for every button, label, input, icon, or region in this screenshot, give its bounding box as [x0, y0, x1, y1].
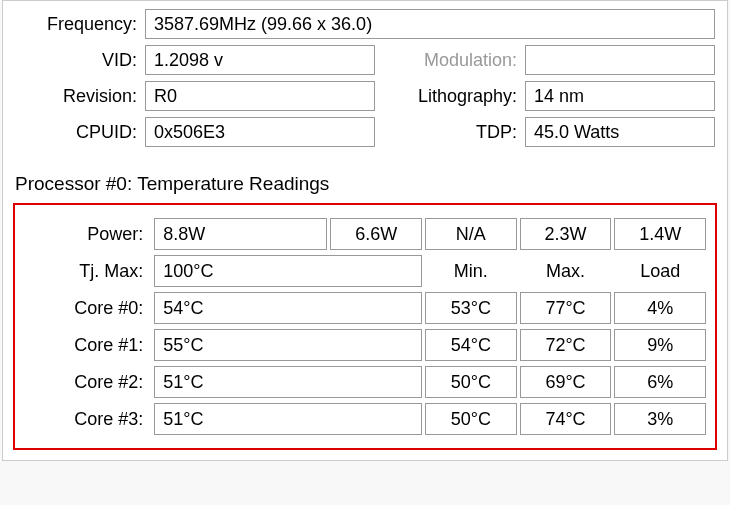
modulation-label: Modulation:	[375, 50, 525, 71]
core-row-1: Core #1: 55°C 54°C 72°C 9%	[24, 329, 706, 361]
processor-info-section: Frequency: 3587.69MHz (99.66 x 36.0) VID…	[3, 1, 727, 165]
core-2-max: 69°C	[520, 366, 612, 398]
power-val-3: 2.3W	[520, 218, 612, 250]
frequency-label: Frequency:	[15, 14, 145, 35]
core-0-label: Core #0:	[24, 292, 151, 324]
core-2-min: 50°C	[425, 366, 517, 398]
core-1-label: Core #1:	[24, 329, 151, 361]
core-3-current: 51°C	[154, 403, 422, 435]
core-row-2: Core #2: 51°C 50°C 69°C 6%	[24, 366, 706, 398]
revision-label: Revision:	[15, 86, 145, 107]
core-3-max: 74°C	[520, 403, 612, 435]
header-max: Max.	[520, 255, 612, 287]
power-label: Power:	[24, 218, 151, 250]
core-3-label: Core #3:	[24, 403, 151, 435]
power-val-2: N/A	[425, 218, 517, 250]
tjmax-label: Tj. Max:	[24, 255, 151, 287]
header-load: Load	[614, 255, 706, 287]
core-1-min: 54°C	[425, 329, 517, 361]
core-0-load: 4%	[614, 292, 706, 324]
core-0-min: 53°C	[425, 292, 517, 324]
core-3-load: 3%	[614, 403, 706, 435]
cpuid-value: 0x506E3	[145, 117, 375, 147]
tdp-value: 45.0 Watts	[525, 117, 715, 147]
core-1-current: 55°C	[154, 329, 422, 361]
lithography-label: Lithography:	[375, 86, 525, 107]
modulation-value	[525, 45, 715, 75]
core-0-current: 54°C	[154, 292, 422, 324]
core-row-0: Core #0: 54°C 53°C 77°C 4%	[24, 292, 706, 324]
core-0-max: 77°C	[520, 292, 612, 324]
cpu-info-panel: Frequency: 3587.69MHz (99.66 x 36.0) VID…	[2, 0, 728, 461]
revision-value: R0	[145, 81, 375, 111]
power-val-1: 6.6W	[330, 218, 422, 250]
core-row-3: Core #3: 51°C 50°C 74°C 3%	[24, 403, 706, 435]
core-2-current: 51°C	[154, 366, 422, 398]
temperature-table: Power: 8.8W 6.6W N/A 2.3W 1.4W Tj. Max: …	[21, 213, 709, 440]
tdp-label: TDP:	[375, 122, 525, 143]
core-2-label: Core #2:	[24, 366, 151, 398]
power-val-0: 8.8W	[154, 218, 327, 250]
tjmax-row: Tj. Max: 100°C Min. Max. Load	[24, 255, 706, 287]
power-val-4: 1.4W	[614, 218, 706, 250]
vid-value: 1.2098 v	[145, 45, 375, 75]
temperature-readings-section: Power: 8.8W 6.6W N/A 2.3W 1.4W Tj. Max: …	[13, 203, 717, 450]
power-row: Power: 8.8W 6.6W N/A 2.3W 1.4W	[24, 218, 706, 250]
header-min: Min.	[425, 255, 517, 287]
frequency-value: 3587.69MHz (99.66 x 36.0)	[145, 9, 715, 39]
core-3-min: 50°C	[425, 403, 517, 435]
cpuid-label: CPUID:	[15, 122, 145, 143]
core-1-load: 9%	[614, 329, 706, 361]
tjmax-value: 100°C	[154, 255, 422, 287]
lithography-value: 14 nm	[525, 81, 715, 111]
vid-label: VID:	[15, 50, 145, 71]
core-2-load: 6%	[614, 366, 706, 398]
section-title: Processor #0: Temperature Readings	[3, 165, 727, 199]
core-1-max: 72°C	[520, 329, 612, 361]
